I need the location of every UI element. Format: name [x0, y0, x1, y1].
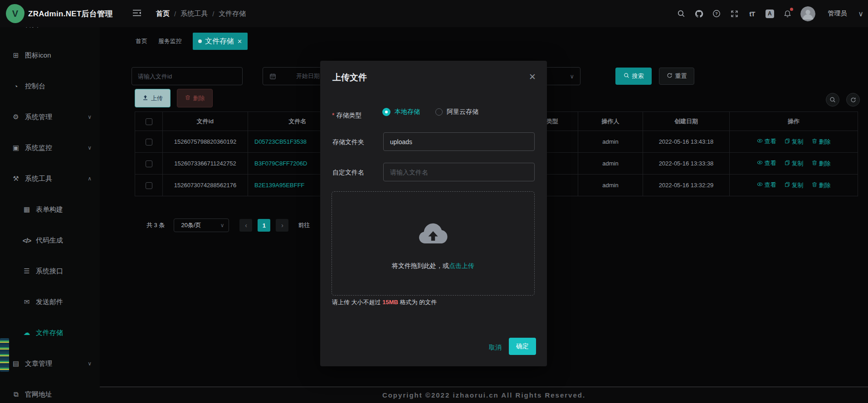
avatar[interactable] — [800, 6, 815, 21]
row-action-trash[interactable]: 删除 — [812, 138, 831, 146]
tab-文件存储[interactable]: 文件存储✕ — [193, 33, 248, 50]
cloud-upload-icon — [416, 220, 450, 249]
row-action-eye[interactable]: 查看 — [757, 181, 776, 189]
sidebar-item-code[interactable]: </>代码生成 — [0, 225, 100, 256]
sidebar-item-mail[interactable]: ✉发送邮件 — [0, 286, 100, 317]
action-label: 删除 — [819, 138, 831, 146]
bell-icon[interactable] — [783, 9, 792, 18]
row-action-eye[interactable]: 查看 — [757, 137, 776, 146]
page-footer: Copyright ©2022 izhaorui.cn All Rights R… — [100, 387, 868, 403]
copyright-text: Copyright ©2022 izhaorui.cn All Rights R… — [382, 391, 585, 399]
tab-服务监控[interactable]: 服务监控 — [158, 37, 182, 45]
font-size-glyph: tT — [749, 10, 755, 18]
cancel-button[interactable]: 取消 — [489, 344, 502, 352]
sidebar-item-external-link[interactable]: ⧉官网地址 — [0, 379, 100, 403]
sidebar-item-monitor[interactable]: ▣系统监控∨ — [0, 132, 100, 163]
search-icon[interactable] — [677, 9, 686, 18]
row-checkbox-cell — [135, 131, 163, 153]
sidebar-item-label: 系统接口 — [36, 267, 63, 276]
radio-local-storage[interactable]: 本地存储 — [382, 108, 420, 116]
sidebar-item-sliders[interactable]: ☰系统接口 — [0, 256, 100, 286]
row-action-copy[interactable]: 复制 — [785, 138, 804, 146]
header-icons: ?tTA管理员∨ — [677, 0, 863, 27]
dropzone-text: 将文件拖到此处，或点击上传 — [332, 262, 534, 270]
upload-icon — [142, 95, 148, 102]
sidebar-item-label: 发送邮件 — [36, 298, 63, 306]
tab-label: 文件存储 — [205, 37, 234, 46]
close-icon[interactable]: ✕ — [529, 72, 536, 82]
click-to-upload-link[interactable]: 点击上传 — [449, 262, 474, 269]
current-page-button[interactable]: 1 — [258, 219, 270, 232]
column-header: 操作 — [730, 112, 858, 131]
breadcrumb-separator: / — [174, 10, 176, 18]
file-dropzone[interactable]: 将文件拖到此处，或点击上传 — [332, 191, 535, 296]
sidebar-item-grid[interactable]: ⊞图标icon — [0, 40, 100, 71]
row-action-copy[interactable]: 复制 — [785, 160, 804, 168]
menu-fold-icon[interactable] — [133, 10, 141, 18]
sidebar-item-cloud-upload[interactable]: ☁文件存储 — [0, 317, 100, 348]
toolbox-icon: ⚒ — [11, 175, 21, 183]
breadcrumb-item[interactable]: 首页 — [156, 10, 170, 18]
breadcrumb-item: 文件存储 — [219, 10, 246, 18]
breadcrumb: 首页/系统工具/文件存储 — [156, 0, 246, 27]
row-checkbox[interactable] — [146, 160, 152, 167]
row-action-trash[interactable]: 删除 — [812, 181, 831, 189]
user-name[interactable]: 管理员 — [828, 10, 847, 18]
grid-icon: ⊞ — [11, 51, 21, 59]
refresh-icon — [667, 73, 673, 80]
row-action-eye[interactable]: 查看 — [757, 159, 776, 167]
row-checkbox[interactable] — [146, 182, 152, 189]
dialog-title: 上传文件 — [332, 72, 367, 83]
github-icon[interactable] — [694, 9, 703, 18]
upload-tip: 请上传 大小不超过 15MB 格式为 的文件 — [332, 298, 437, 306]
reset-button[interactable]: 重置 — [659, 68, 694, 85]
sidebar-item-gear[interactable]: ⚙系统管理∨ — [0, 102, 100, 132]
notification-badge — [790, 8, 793, 11]
file-id-input[interactable] — [132, 67, 243, 85]
action-label: 复制 — [792, 181, 804, 189]
created-date-cell: 2022-05-16 13:43:18 — [643, 131, 730, 153]
delete-button[interactable]: 删除 — [177, 89, 213, 107]
sidebar-item-label: 表单构建 — [36, 205, 63, 214]
help-icon[interactable]: ? — [712, 9, 721, 18]
operator-cell: admin — [578, 131, 643, 153]
chevron-down-icon: ∨ — [570, 73, 574, 80]
upload-button[interactable]: 上传 — [135, 89, 171, 107]
confirm-button[interactable]: 确定 — [509, 338, 536, 355]
fullscreen-icon[interactable] — [730, 9, 739, 18]
next-page-button[interactable]: › — [276, 219, 288, 232]
action-label: 查看 — [765, 159, 776, 167]
created-date-cell: 2022-05-16 13:32:29 — [643, 175, 730, 196]
sidebar-item-label: 系统管理 — [25, 113, 52, 121]
tab-close-icon[interactable]: ✕ — [237, 38, 242, 45]
folder-input[interactable] — [383, 132, 535, 151]
page-size-select[interactable]: 20条/页∨ — [174, 218, 229, 232]
prev-page-button[interactable]: ‹ — [239, 219, 252, 232]
search-button[interactable]: 搜索 — [615, 68, 652, 85]
trash-icon — [812, 160, 817, 167]
font-size-icon[interactable]: tT — [747, 9, 756, 18]
row-action-copy[interactable]: 复制 — [785, 181, 804, 189]
sidebar-item-document[interactable]: ▤文章管理∨ — [0, 348, 100, 379]
upload-button-label: 上传 — [151, 94, 163, 102]
eye-icon — [757, 160, 763, 167]
row-checkbox[interactable] — [146, 139, 152, 146]
chevron-down-icon: ∨ — [88, 145, 92, 151]
pagination-total: 共 3 条 — [146, 221, 165, 229]
tab-首页[interactable]: 首页 — [136, 37, 147, 45]
table-search-toggle-button[interactable] — [826, 93, 839, 107]
row-action-trash[interactable]: 删除 — [812, 160, 831, 168]
filename-input[interactable] — [383, 163, 535, 181]
storage-type-radio-group: 本地存储 阿里云存储 — [382, 108, 478, 116]
column-header: 操作人 — [578, 112, 643, 131]
select-all-checkbox[interactable] — [146, 118, 152, 125]
sidebar-item-form[interactable]: ▦表单构建 — [0, 194, 100, 225]
action-label: 复制 — [792, 160, 804, 168]
radio-aliyun-storage[interactable]: 阿里云存储 — [435, 108, 478, 116]
table-refresh-button[interactable] — [846, 93, 860, 107]
translate-icon[interactable]: A — [765, 9, 774, 18]
sidebar-item-dashboard[interactable]: ◔控制台 — [0, 71, 100, 102]
sidebar-item-toolbox[interactable]: ⚒系统工具∧ — [0, 163, 100, 194]
search-button-label: 搜索 — [632, 72, 644, 80]
action-label: 查看 — [765, 137, 776, 146]
